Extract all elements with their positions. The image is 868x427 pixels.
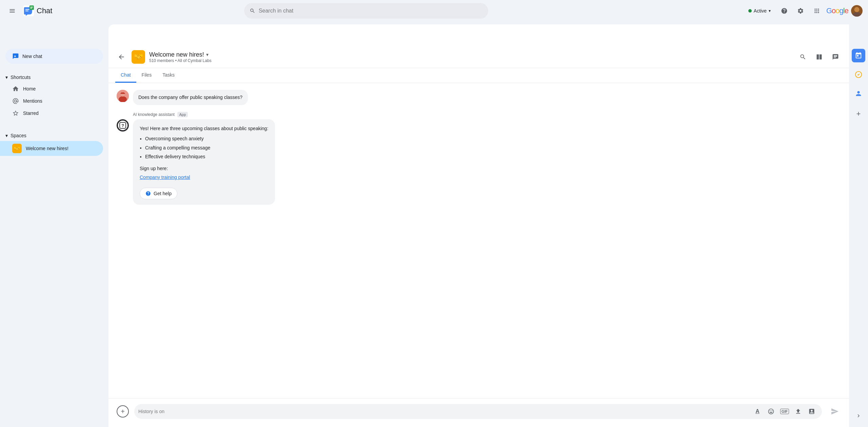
space-label: Welcome new hires! bbox=[26, 146, 68, 151]
tab-files[interactable]: Files bbox=[136, 68, 157, 83]
ai-message-row: ? Yes! Here are three upcoming classes a… bbox=[117, 119, 841, 205]
user-message: Does the company offer public speaking c… bbox=[117, 90, 841, 105]
contacts-icon bbox=[855, 90, 862, 97]
ai-app-badge: App bbox=[177, 112, 188, 117]
apps-button[interactable] bbox=[810, 4, 824, 18]
starred-icon bbox=[12, 110, 19, 117]
chat-logo-icon bbox=[23, 5, 34, 16]
layout-wrapper: New chat ▾ Shortcuts Home Mentions Starr… bbox=[0, 0, 868, 427]
help-button[interactable] bbox=[777, 4, 791, 18]
chat-threads-button[interactable] bbox=[829, 50, 842, 64]
user-avatar[interactable] bbox=[851, 5, 863, 17]
message-input[interactable] bbox=[138, 404, 749, 419]
input-row: + A GIF bbox=[117, 404, 841, 419]
sidebar-item-starred[interactable]: Starred bbox=[0, 107, 103, 119]
hamburger-menu-button[interactable] bbox=[5, 4, 19, 18]
chat-subtitle: 510 members • All of Cymbal Labs bbox=[149, 58, 792, 63]
status-button[interactable]: Active ▾ bbox=[744, 6, 775, 16]
gif-button[interactable]: GIF bbox=[778, 405, 791, 418]
emoji-icon bbox=[768, 408, 774, 415]
search-input[interactable] bbox=[259, 8, 483, 14]
ai-message-intro: Yes! Here are three upcoming classes abo… bbox=[140, 125, 268, 132]
ai-signup-label: Sign up here: bbox=[140, 165, 268, 172]
tab-chat[interactable]: Chat bbox=[115, 68, 136, 83]
settings-button[interactable] bbox=[794, 4, 807, 18]
tasks-button[interactable] bbox=[852, 68, 865, 81]
training-portal-link[interactable]: Company training portal bbox=[140, 175, 190, 180]
user-message-avatar bbox=[117, 90, 129, 102]
new-chat-icon bbox=[12, 53, 19, 60]
format-text-icon: A bbox=[755, 408, 760, 414]
spaces-label: Spaces bbox=[11, 133, 26, 138]
org-name: All of Cymbal Labs bbox=[178, 58, 212, 63]
expand-panel-button[interactable] bbox=[855, 413, 862, 420]
chat-title[interactable]: Welcome new hires! ▾ bbox=[149, 51, 792, 58]
shortcuts-section: ▾ Shortcuts Home Mentions Starred bbox=[0, 69, 108, 122]
top-bar-left: Chat bbox=[5, 4, 114, 18]
messages-area: Does the company offer public speaking c… bbox=[108, 83, 849, 398]
spaces-header[interactable]: ▾ Spaces bbox=[0, 130, 103, 141]
tab-tasks[interactable]: Tasks bbox=[157, 68, 180, 83]
format-text-button[interactable]: A bbox=[751, 405, 764, 418]
search-input-wrapper[interactable] bbox=[244, 3, 488, 19]
gif-icon: GIF bbox=[780, 409, 789, 414]
get-help-icon bbox=[145, 191, 151, 196]
chat-split-view-button[interactable] bbox=[812, 50, 826, 64]
spaces-chevron-icon: ▾ bbox=[5, 133, 8, 138]
ai-message-avatar: ? bbox=[117, 119, 129, 131]
right-panel: + bbox=[849, 22, 868, 427]
svg-text:?: ? bbox=[121, 123, 124, 128]
chat-header: 🤝 Welcome new hires! ▾ 510 members • All… bbox=[108, 46, 849, 68]
ai-sender-info: AI knowledge assistant App bbox=[117, 112, 841, 117]
main-content: 🤝 Welcome new hires! ▾ 510 members • All… bbox=[108, 24, 849, 427]
chat-title-text: Welcome new hires! bbox=[149, 51, 204, 58]
emoji-button[interactable] bbox=[765, 405, 777, 418]
input-actions: A GIF bbox=[751, 405, 818, 418]
more-options-icon bbox=[808, 408, 815, 415]
chat-header-info: Welcome new hires! ▾ 510 members • All o… bbox=[149, 51, 792, 63]
get-help-button[interactable]: Get help bbox=[140, 188, 177, 199]
mentions-icon bbox=[12, 98, 19, 104]
contacts-button[interactable] bbox=[852, 87, 865, 100]
app-name: Chat bbox=[37, 6, 52, 15]
space-icon: 🤝 bbox=[12, 144, 22, 153]
new-chat-button[interactable]: New chat bbox=[5, 49, 103, 64]
send-button[interactable] bbox=[829, 405, 841, 418]
starred-label: Starred bbox=[23, 110, 39, 116]
status-label: Active bbox=[754, 8, 767, 14]
shortcuts-label: Shortcuts bbox=[11, 75, 31, 80]
chevron-down-icon: ▾ bbox=[769, 8, 771, 13]
upload-button[interactable] bbox=[792, 405, 804, 418]
svg-point-7 bbox=[852, 12, 861, 17]
calendar-button[interactable] bbox=[852, 49, 865, 62]
status-dot bbox=[748, 9, 752, 13]
shortcuts-chevron-icon: ▾ bbox=[5, 75, 8, 80]
chat-title-chevron-icon: ▾ bbox=[206, 52, 209, 57]
sidebar: New chat ▾ Shortcuts Home Mentions Starr… bbox=[0, 22, 108, 427]
send-icon bbox=[831, 407, 839, 415]
sidebar-item-welcome-new-hires[interactable]: 🤝 Welcome new hires! bbox=[0, 141, 103, 156]
tasks-icon bbox=[855, 71, 862, 78]
get-help-label: Get help bbox=[154, 191, 172, 196]
ai-message-list: Overcoming speech anxiety Crafting a com… bbox=[145, 135, 268, 160]
top-bar-right: Active ▾ Google bbox=[744, 4, 863, 18]
add-panel-button[interactable]: + bbox=[853, 108, 864, 119]
calendar-icon bbox=[855, 52, 862, 59]
more-options-button[interactable] bbox=[806, 405, 818, 418]
chat-search-button[interactable] bbox=[796, 50, 810, 64]
spaces-section: ▾ Spaces 🤝 Welcome new hires! bbox=[0, 127, 108, 159]
sidebar-item-home[interactable]: Home bbox=[0, 83, 103, 95]
search-bar[interactable] bbox=[244, 3, 488, 19]
back-button[interactable] bbox=[115, 51, 127, 63]
mentions-label: Mentions bbox=[23, 98, 42, 104]
shortcuts-header[interactable]: ▾ Shortcuts bbox=[0, 72, 103, 83]
app-logo: Chat bbox=[23, 5, 52, 16]
google-logo: Google bbox=[826, 6, 848, 15]
chat-header-actions bbox=[796, 50, 842, 64]
svg-rect-5 bbox=[30, 8, 32, 8]
sidebar-item-mentions[interactable]: Mentions bbox=[0, 95, 103, 107]
members-count: 510 members bbox=[149, 58, 174, 63]
list-item: Crafting a compelling message bbox=[145, 144, 268, 151]
space-header-avatar: 🤝 bbox=[132, 50, 145, 64]
add-attachment-button[interactable]: + bbox=[117, 405, 129, 418]
